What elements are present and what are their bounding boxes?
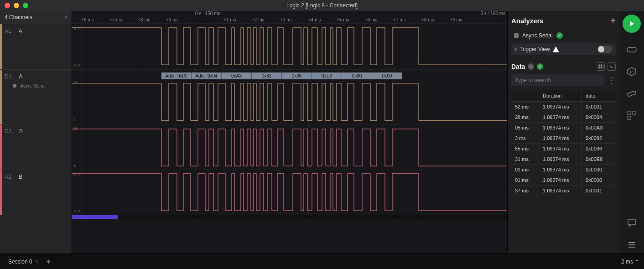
ruler-tick: +7 ms (109, 17, 122, 22)
more-icon[interactable]: ⋮ (607, 74, 616, 86)
analyzer-color-swatch (514, 33, 519, 38)
ruler-tick: +5 ms (337, 17, 349, 22)
zoom-indicator[interactable]: 2 ms ⌃ (621, 259, 639, 265)
channel-index: A1. (5, 28, 13, 34)
analyzer-item[interactable]: Async Serial ✓ (511, 31, 616, 41)
svg-rect-7 (627, 47, 636, 52)
channel-a1[interactable]: A1. A (0, 24, 72, 69)
ruler-tick: +1 ms (223, 17, 236, 22)
svg-rect-10 (628, 91, 636, 97)
time-origin-label: 0 s : 150 ms (195, 11, 220, 16)
window-title: Logic 2 [Logic 8 - Connected] (286, 2, 358, 9)
ruler-tick: +6 ms (81, 17, 94, 22)
table-row[interactable]: 05 ms1.09374 ms0x00A3 (511, 123, 616, 133)
ruler-tick: +6 ms (365, 17, 378, 22)
channel-d1[interactable]: D1. A Async Serial (0, 69, 72, 124)
data-search-input[interactable] (511, 74, 604, 86)
data-title: Data (511, 63, 525, 70)
table-row[interactable]: 37 ms1.09374 ms0x0001 (511, 186, 616, 196)
fullscreen-icon[interactable] (23, 3, 28, 8)
col-duration: Duration (539, 90, 582, 101)
grid-icon[interactable] (627, 110, 637, 120)
channel-index: D1. (5, 73, 13, 80)
channel-index: A2. (5, 174, 13, 180)
channel-color-swatch (0, 170, 2, 215)
wave-lane-a2[interactable]: 5 V 0 V (72, 170, 507, 215)
ruler-tick: +4 ms (308, 17, 321, 22)
channels-header: 4 Channels ‹ (0, 11, 72, 24)
wave-lane-d2[interactable]: H L (72, 124, 507, 170)
table-row[interactable]: 28 ms1.09374 ms0x0004 (511, 112, 616, 123)
minimap-scrollbar[interactable] (72, 215, 507, 219)
ruler-tick: +3 ms (280, 17, 293, 22)
time-end-label: 0 s : 160 ms (481, 11, 505, 16)
data-table[interactable]: Duration data 52 ms1.09374 ms0x000128 ms… (511, 90, 616, 249)
svg-rect-0 (598, 64, 603, 69)
terminal-view-icon[interactable] (608, 62, 616, 71)
hex-icon[interactable]: 1F (627, 67, 637, 77)
close-icon[interactable] (5, 3, 10, 8)
device-icon[interactable] (627, 45, 637, 55)
warning-icon (553, 47, 559, 52)
table-row[interactable]: 01 ms1.09374 ms0x0000 (511, 165, 616, 175)
start-capture-button[interactable] (623, 15, 641, 33)
ruler-tick: +8 ms (421, 17, 434, 22)
channel-index: D2. (5, 128, 13, 134)
svg-rect-12 (633, 111, 636, 114)
add-analyzer-button[interactable]: + (610, 16, 616, 26)
tool-rail: 1F (619, 11, 644, 253)
channel-name: A (19, 28, 22, 34)
waveform-viewport[interactable]: 0 s : 150 ms 0 s : 160 ms +6 ms+7 ms+8 m… (72, 11, 507, 253)
analyzer-label: Async Serial (522, 32, 553, 39)
svg-text:1F: 1F (629, 70, 634, 74)
titlebar: Logic 2 [Logic 8 - Connected] (0, 0, 644, 11)
channels-sidebar: 4 Channels ‹ A1. A D1. A Async Serial D2… (0, 11, 72, 253)
time-ruler[interactable]: 0 s : 150 ms 0 s : 160 ms +6 ms+7 ms+8 m… (72, 11, 507, 24)
table-row[interactable]: 55 ms1.09374 ms0x0036 (511, 144, 616, 154)
trigger-view-label: Trigger View (519, 46, 550, 52)
channel-name: A (19, 73, 22, 80)
waveform-plot (72, 24, 507, 69)
col-data: data (582, 90, 616, 101)
table-row[interactable]: 52 ms1.09374 ms0x0001 (511, 102, 616, 112)
check-icon: ✓ (556, 32, 563, 39)
channel-d2[interactable]: D2. B (0, 124, 72, 170)
check-icon: ✓ (537, 63, 543, 70)
table-view-icon[interactable] (597, 62, 605, 71)
channel-analyzer-label: Async Serial (20, 83, 46, 88)
svg-rect-11 (628, 111, 631, 114)
add-tab-button[interactable]: + (47, 258, 51, 266)
zoom-value: 2 ms (621, 259, 633, 265)
collapse-sidebar-icon[interactable]: ‹ (65, 14, 67, 21)
ruler-tick: +8 ms (138, 17, 151, 22)
trigger-view-row[interactable]: › Trigger View (511, 43, 616, 55)
ruler-tick: +2 ms (252, 17, 265, 22)
wave-lane-d1[interactable]: H L Addr: 0x01Addr: 0x040xA30x820x360xE8… (72, 69, 507, 124)
waveform-plot (72, 124, 507, 170)
measure-icon[interactable] (627, 88, 637, 98)
ruler-tick: +9 ms (166, 17, 179, 22)
minimap-selection[interactable] (72, 215, 118, 219)
footer: Session 0 × + 2 ms ⌃ (0, 253, 644, 269)
channel-name: B (19, 128, 23, 134)
wave-lane-a1[interactable]: 5 V 0 V (72, 24, 507, 69)
channel-color-swatch (0, 24, 2, 69)
svg-rect-13 (628, 116, 631, 119)
table-row[interactable]: 3 ms1.09374 ms0x0082 (511, 133, 616, 144)
trigger-toggle[interactable] (597, 46, 612, 53)
close-tab-icon[interactable]: × (35, 259, 38, 265)
channel-a2[interactable]: A2. B (0, 170, 72, 215)
table-row[interactable]: 31 ms1.09374 ms0x00E8 (511, 154, 616, 165)
session-tab[interactable]: Session 0 × (5, 257, 42, 267)
svg-rect-5 (609, 64, 614, 69)
analyzer-chip-icon (13, 84, 16, 88)
chat-icon[interactable] (627, 218, 637, 228)
waveform-plot (72, 170, 507, 215)
ruler-tick: +9 ms (450, 17, 462, 22)
minimize-icon[interactable] (14, 3, 19, 8)
channel-name: B (19, 174, 22, 180)
table-row[interactable]: 01 ms1.09374 ms0x0000 (511, 175, 616, 186)
menu-icon[interactable] (627, 240, 637, 250)
table-header: Duration data (511, 90, 616, 102)
info-icon[interactable]: i (528, 63, 534, 70)
